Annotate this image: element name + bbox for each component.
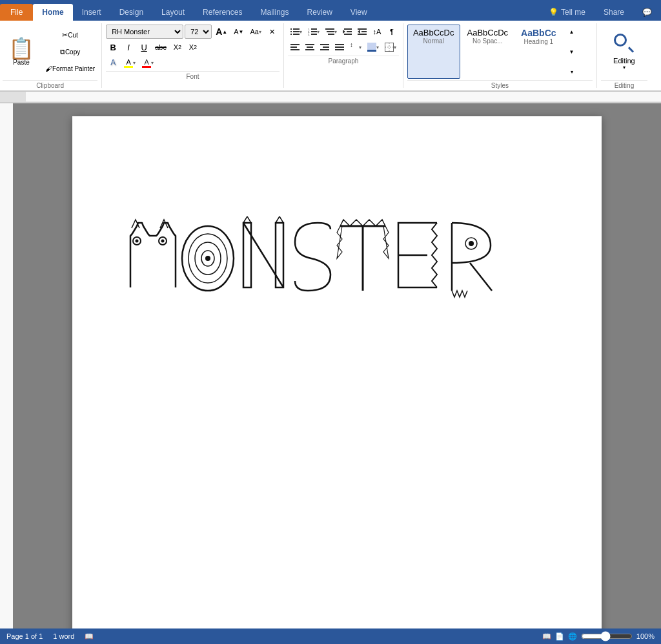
style-no-spacing-label: No Spac...: [473, 37, 503, 45]
numbering-button[interactable]: 1.2.3. ▾: [305, 25, 322, 39]
italic-button[interactable]: I: [121, 40, 136, 54]
strikethrough-button[interactable]: abc: [152, 40, 169, 54]
font-family-selector[interactable]: RH Monster: [106, 25, 183, 39]
change-case-button[interactable]: Aa ▾: [247, 25, 263, 39]
tab-references[interactable]: References: [194, 4, 251, 21]
increase-indent-icon: [358, 27, 367, 36]
svg-rect-3: [293, 31, 300, 32]
document-scroll[interactable]: [13, 103, 661, 628]
subscript-button[interactable]: X2: [170, 40, 185, 54]
tab-mailings[interactable]: Mailings: [251, 4, 298, 21]
font-color-button[interactable]: A ▾: [139, 56, 156, 70]
style-no-spacing[interactable]: AaBbCcDc No Spac...: [462, 25, 514, 79]
svg-rect-9: [311, 31, 317, 32]
shading-button[interactable]: ▾: [365, 40, 381, 54]
proofing-icon[interactable]: 📖: [85, 632, 94, 641]
svg-rect-33: [335, 47, 344, 48]
zoom-slider[interactable]: [581, 631, 633, 641]
tab-view[interactable]: View: [341, 4, 376, 21]
paste-button[interactable]: 📋 Paste: [3, 25, 40, 79]
document-area: [0, 103, 661, 628]
multilevel-list-button[interactable]: ▾: [323, 25, 340, 39]
clear-format-button[interactable]: ✕: [265, 25, 280, 39]
style-normal[interactable]: AaBbCcDc Normal: [407, 25, 460, 79]
line-spacing-icon: ↕: [350, 43, 359, 52]
style-heading1-preview: AaBbCc: [521, 28, 556, 38]
editing-group-label: Editing: [601, 80, 647, 90]
tell-me[interactable]: 💡 Tell me: [540, 4, 595, 21]
show-hide-button[interactable]: ¶: [385, 25, 399, 39]
format-painter-button[interactable]: 🖌 Format Painter: [43, 61, 97, 76]
bullets-button[interactable]: ▾: [288, 25, 305, 39]
tab-home[interactable]: Home: [33, 4, 72, 21]
svg-point-47: [161, 240, 165, 243]
highlight-color-button[interactable]: A ▾: [121, 56, 138, 70]
svg-rect-34: [335, 49, 344, 50]
bold-button[interactable]: B: [106, 40, 120, 54]
svg-rect-0: [290, 28, 292, 30]
svg-line-62: [470, 263, 492, 291]
align-right-icon: [320, 43, 329, 52]
shading-icon: [367, 43, 376, 52]
svg-rect-18: [344, 34, 352, 35]
line-spacing-button[interactable]: ↕ ▾: [347, 40, 364, 54]
shrink-font-button[interactable]: A▼: [231, 25, 246, 39]
tab-file[interactable]: File: [0, 4, 33, 21]
borders-button[interactable]: ▾: [382, 40, 399, 54]
svg-rect-23: [290, 44, 300, 45]
style-heading1[interactable]: AaBbCc Heading 1: [515, 25, 562, 79]
sort-button[interactable]: ↕A: [370, 25, 384, 39]
grow-font-button[interactable]: A▲: [213, 25, 230, 39]
highlight-icon: A: [126, 58, 130, 66]
comments-button[interactable]: 💬: [633, 4, 661, 21]
svg-rect-4: [290, 34, 292, 35]
monster-text[interactable]: [124, 216, 511, 302]
tab-insert[interactable]: Insert: [73, 4, 110, 21]
text-effects-button[interactable]: A: [106, 56, 120, 70]
editing-group: Editing ▾ Editing: [598, 21, 650, 90]
font-color-icon: A: [144, 58, 148, 66]
print-layout-icon[interactable]: 📄: [555, 632, 564, 641]
svg-rect-41: [26, 92, 661, 102]
editing-dropdown[interactable]: ▾: [623, 65, 625, 70]
tab-design[interactable]: Design: [110, 4, 152, 21]
justify-button[interactable]: [332, 40, 347, 54]
cut-button[interactable]: ✂ Cut: [43, 28, 97, 42]
paragraph-label: Paragraph: [288, 56, 399, 66]
styles-scroll-down[interactable]: ▼: [565, 45, 579, 59]
svg-rect-16: [344, 28, 352, 30]
svg-marker-19: [358, 30, 360, 34]
status-left: Page 1 of 1 1 word 📖: [6, 632, 94, 641]
align-right-button[interactable]: [318, 40, 332, 54]
svg-rect-29: [320, 44, 329, 45]
align-center-button[interactable]: [303, 40, 317, 54]
editing-label: Editing: [613, 57, 635, 65]
svg-marker-57: [276, 216, 283, 223]
font-group: RH Monster 72 A▲ A▼ Aa ▾ ✕ B I U abc X2 …: [103, 21, 282, 90]
share-button[interactable]: Share: [595, 4, 633, 21]
tab-review[interactable]: Review: [298, 4, 341, 21]
justify-icon: [335, 43, 344, 52]
ruler-svg: // Will generate via JS below: [26, 92, 661, 102]
svg-rect-31: [320, 49, 329, 50]
font-size-selector[interactable]: 72: [185, 25, 212, 39]
superscript-button[interactable]: X2: [186, 40, 200, 54]
read-mode-icon[interactable]: 📖: [542, 632, 551, 641]
styles-more[interactable]: ▾: [565, 65, 579, 79]
svg-line-55: [243, 223, 283, 287]
styles-group: AaBbCcDc Normal AaBbCcDc No Spac... AaBb…: [405, 21, 595, 90]
tab-layout[interactable]: Layout: [152, 4, 194, 21]
increase-indent-button[interactable]: [355, 25, 369, 39]
page-indicator: Page 1 of 1: [6, 632, 43, 640]
styles-scroll-up[interactable]: ▲: [565, 25, 579, 39]
align-left-button[interactable]: [288, 40, 302, 54]
svg-rect-26: [305, 44, 314, 45]
svg-rect-5: [293, 34, 300, 35]
copy-button[interactable]: ⧉ Copy: [43, 45, 97, 59]
decrease-indent-button[interactable]: [340, 25, 354, 39]
underline-button[interactable]: U: [137, 40, 151, 54]
svg-text:3.: 3.: [308, 33, 310, 36]
web-layout-icon[interactable]: 🌐: [568, 632, 577, 641]
svg-rect-14: [328, 34, 334, 35]
word-count: 1 word: [53, 632, 74, 640]
